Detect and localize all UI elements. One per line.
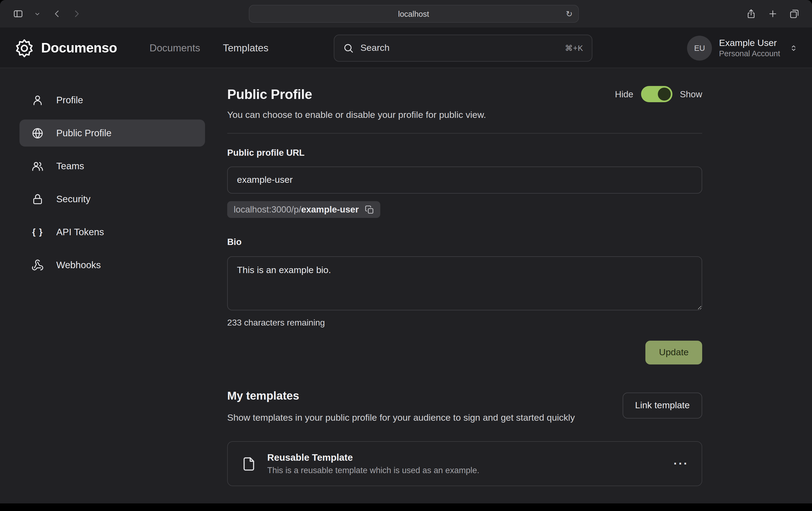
search-icon <box>343 42 354 53</box>
settings-page: Profile Public Profile Teams Security <box>0 68 812 504</box>
my-templates-description: Show templates in your public profile fo… <box>227 411 575 425</box>
public-profile-panel: Public Profile Hide Show You can choose … <box>227 68 702 504</box>
url-field-label: Public profile URL <box>227 148 702 158</box>
link-template-button[interactable]: Link template <box>623 393 702 419</box>
main-nav: Documents Templates <box>150 42 269 54</box>
template-description: This is a reusable template which is use… <box>267 466 479 476</box>
chevron-left-icon <box>52 9 62 19</box>
sidebar-panel-icon <box>13 9 23 19</box>
chevron-down-icon <box>34 10 40 17</box>
search-shortcut: ⌘+K <box>565 43 583 52</box>
sidebar-dropdown-button[interactable] <box>29 6 46 21</box>
chevrons-up-down-icon <box>789 43 798 52</box>
profile-url-input[interactable] <box>227 167 702 193</box>
tab-overview-button[interactable] <box>786 6 802 21</box>
brand-logo[interactable]: Documenso <box>14 37 117 58</box>
new-tab-button[interactable] <box>764 6 781 21</box>
update-button[interactable]: Update <box>645 341 702 364</box>
toggle-knob <box>658 88 670 100</box>
toggle-hide-label: Hide <box>615 89 634 99</box>
refresh-icon[interactable]: ↻ <box>566 9 573 19</box>
template-card: Reusable Template This is a reusable tem… <box>227 442 702 486</box>
sidebar-item-api-tokens[interactable]: { } API Tokens <box>20 218 205 245</box>
sidebar-item-webhooks[interactable]: Webhooks <box>20 251 205 278</box>
brand-name: Documenso <box>41 40 117 56</box>
copy-icon <box>365 205 374 214</box>
documenso-logo-icon <box>14 37 35 58</box>
share-button[interactable] <box>743 6 759 21</box>
page-bottom-strip <box>0 504 812 511</box>
page-subtitle: You can choose to enable or disable your… <box>227 110 702 121</box>
plus-icon <box>767 9 778 19</box>
toggle-show-label: Show <box>680 89 702 99</box>
lock-icon <box>31 193 44 205</box>
sidebar-item-public-profile[interactable]: Public Profile <box>20 120 205 147</box>
sidebar-item-label: Profile <box>56 94 83 106</box>
sidebar-toggle-button[interactable] <box>10 6 26 21</box>
sidebar-item-security[interactable]: Security <box>20 185 205 212</box>
template-name: Reusable Template <box>267 452 479 464</box>
sidebar-item-label: Public Profile <box>56 127 111 139</box>
settings-sidebar: Profile Public Profile Teams Security <box>0 68 227 504</box>
user-icon <box>31 94 44 106</box>
tabs-icon <box>789 9 799 19</box>
chevron-right-icon <box>71 9 81 19</box>
profile-url-preview: localhost:3000/p/example-user <box>227 201 380 218</box>
sidebar-item-label: Webhooks <box>56 259 101 271</box>
back-button[interactable] <box>49 6 65 21</box>
webhook-icon <box>31 259 44 271</box>
sidebar-item-profile[interactable]: Profile <box>20 87 205 114</box>
address-bar[interactable]: localhost ↻ <box>249 5 579 23</box>
page-title: Public Profile <box>227 86 312 102</box>
sidebar-item-label: Security <box>56 193 90 205</box>
bio-field-label: Bio <box>227 237 702 247</box>
braces-icon: { } <box>31 226 44 238</box>
globe-icon <box>31 127 44 139</box>
forward-button[interactable] <box>68 6 84 21</box>
divider <box>227 133 702 133</box>
nav-documents[interactable]: Documents <box>150 42 200 54</box>
nav-templates[interactable]: Templates <box>223 42 269 54</box>
my-templates-title: My templates <box>227 389 575 402</box>
account-type: Personal Account <box>719 49 780 58</box>
sidebar-item-label: API Tokens <box>56 226 104 238</box>
sidebar-item-label: Teams <box>56 160 84 172</box>
browser-toolbar: localhost ↻ <box>0 0 812 28</box>
user-name: Example User <box>719 37 780 49</box>
sidebar-item-teams[interactable]: Teams <box>20 152 205 180</box>
address-bar-url: localhost <box>249 9 578 18</box>
browser-window: localhost ↻ <box>0 0 812 511</box>
bio-textarea[interactable]: This is an example bio. <box>227 256 702 310</box>
search-placeholder: Search <box>360 42 558 53</box>
copy-url-button[interactable] <box>365 205 374 214</box>
profile-url-text: localhost:3000/p/example-user <box>234 204 359 215</box>
global-search[interactable]: Search ⌘+K <box>334 34 592 61</box>
characters-remaining: 233 characters remaining <box>227 318 702 328</box>
users-icon <box>31 160 44 172</box>
template-menu-button[interactable]: ··· <box>673 457 689 471</box>
file-icon <box>241 456 257 472</box>
app-header: Documenso Documents Templates Search ⌘+K… <box>0 28 812 68</box>
profile-visibility-toggle[interactable] <box>641 86 672 102</box>
avatar: EU <box>687 35 712 60</box>
account-menu[interactable]: EU Example User Personal Account <box>687 35 798 60</box>
share-icon <box>746 9 756 19</box>
